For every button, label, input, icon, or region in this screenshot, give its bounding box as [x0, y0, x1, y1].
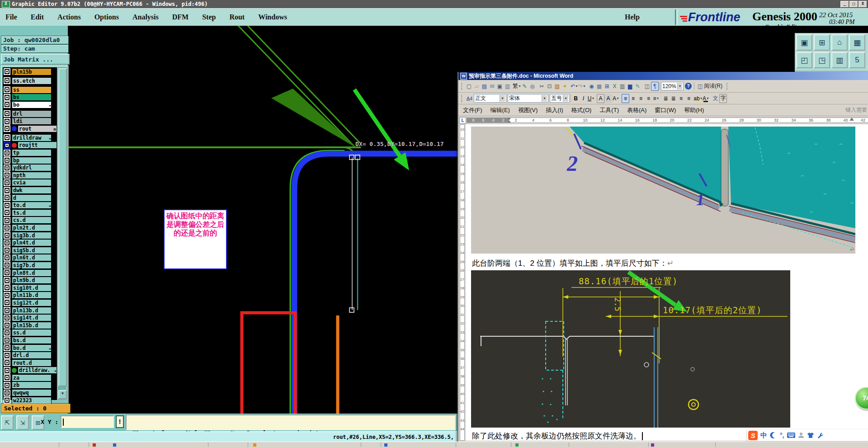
layer-row[interactable]: bp — [4, 157, 57, 164]
layer-checkbox[interactable] — [4, 232, 10, 239]
insert-excel-icon[interactable]: X▼ — [611, 82, 618, 91]
print-icon[interactable]: ▣▼ — [496, 82, 504, 91]
layer-row[interactable]: roujtt — [4, 142, 57, 149]
layer-name[interactable]: pln2t.d — [12, 224, 52, 231]
layer-name[interactable]: drl — [12, 110, 52, 118]
layer-name[interactable]: roujtt — [18, 141, 57, 149]
sogou-logo-icon[interactable]: S — [748, 431, 758, 440]
layer-name[interactable]: rout⊞ — [18, 125, 57, 132]
layer-row[interactable]: ts.d — [4, 209, 57, 216]
layer-row[interactable]: rout.d — [4, 359, 57, 366]
menu-item[interactable]: Windows — [256, 12, 289, 22]
layer-checkbox[interactable] — [4, 262, 10, 268]
layer-name[interactable]: pln6t.d — [12, 254, 52, 261]
copy-icon[interactable]: ⊡▼ — [546, 82, 553, 91]
layer-row[interactable]: ss — [4, 86, 57, 93]
layer-row[interactable]: za — [4, 374, 57, 381]
toolbar-options-icon[interactable] — [726, 83, 729, 90]
styles-icon[interactable]: A̲4 — [465, 94, 474, 103]
menu-item[interactable]: 文件(F) — [463, 106, 482, 114]
layer-row[interactable]: pln2t.d — [4, 225, 57, 231]
chinese-mode-icon[interactable]: 中 — [760, 431, 767, 440]
layer-row[interactable]: sig5b.d — [4, 247, 57, 254]
layer-checkbox[interactable] — [4, 247, 10, 254]
layer-name[interactable]: dwk — [12, 187, 52, 194]
layer-row[interactable]: ldi — [4, 118, 57, 125]
layer-checkbox[interactable] — [4, 150, 10, 156]
type-question-box[interactable]: 键入需要 — [845, 106, 867, 114]
pinyin-guide-button[interactable]: 文▼ — [712, 94, 719, 103]
punctuation-icon[interactable]: °, — [780, 432, 784, 439]
justify-button[interactable]: ≡▼ — [645, 94, 652, 103]
layer-name[interactable]: pln4t.d — [12, 239, 52, 246]
layer-name[interactable]: ldi — [12, 118, 52, 125]
layer-name[interactable]: npth — [12, 172, 52, 179]
help-menu[interactable]: Help — [623, 12, 642, 22]
hyperlink-icon[interactable]: ◉▼ — [588, 82, 595, 91]
layer-checkbox[interactable] — [4, 94, 10, 101]
reading-layout-button[interactable]: ◫阅读(R) — [695, 82, 725, 91]
layer-checkbox[interactable] — [4, 329, 10, 336]
layer-name[interactable]: ydkdrl — [12, 164, 52, 171]
taskbar[interactable] — [0, 442, 868, 447]
layer-checkbox[interactable] — [4, 194, 10, 201]
layer-name[interactable]: bo.d◄ — [12, 344, 52, 352]
home-button[interactable]: ⌂ — [831, 34, 848, 51]
layer-name[interactable]: pln13b.d — [12, 307, 52, 314]
layer-checkbox[interactable] — [4, 299, 10, 306]
layer-name[interactable]: za — [12, 374, 52, 381]
fullwidth-moon-icon[interactable] — [770, 432, 777, 439]
word-document-page[interactable]: 2 1 ↵ 此台阶两端（1、2 位置）填平如上图，填平后尺寸如下：↵ — [466, 124, 868, 441]
menu-item[interactable]: Step — [200, 12, 217, 22]
layer-name[interactable]: bs — [12, 94, 52, 101]
taskbar-app-icon[interactable] — [113, 443, 116, 447]
menu-item[interactable]: Actions — [56, 12, 83, 22]
menu-item[interactable]: 编辑(E) — [491, 106, 510, 114]
layer-row[interactable]: pln9b.d — [4, 277, 57, 284]
layer-row[interactable]: pln15b — [4, 68, 57, 75]
spelling-icon[interactable]: ✎▼ — [521, 82, 528, 91]
underline-button[interactable]: U▼ — [587, 94, 595, 103]
enclose-char-button[interactable]: 字▼ — [719, 94, 727, 103]
menu-item[interactable]: Rout — [227, 12, 246, 22]
layer-name[interactable]: qwqwq — [12, 389, 52, 396]
layer-row[interactable]: bs — [4, 94, 57, 101]
layer-checkbox[interactable] — [4, 118, 10, 125]
layer-name[interactable]: sig7b.d — [12, 262, 52, 269]
layer-row[interactable]: pln8t.d — [4, 269, 57, 276]
format-painter-icon[interactable]: ✦▼ — [561, 82, 569, 91]
tile-views-button[interactable]: ▥ — [831, 52, 848, 68]
layer-row[interactable]: ydkdrl — [4, 165, 57, 171]
layer-name[interactable]: cs.d — [12, 216, 52, 224]
chart-icon[interactable]: ▆▼ — [626, 82, 634, 91]
layer-row[interactable]: dwk — [4, 187, 57, 194]
wrench-settings-icon[interactable] — [817, 432, 823, 438]
char-scale-button[interactable]: A▼ — [612, 94, 620, 103]
taskbar-app-icon[interactable] — [253, 443, 256, 447]
menu-item[interactable]: 工具(T) — [599, 106, 619, 114]
layer-row[interactable]: sig12t.d — [4, 299, 57, 306]
layer-checkbox[interactable] — [4, 269, 10, 276]
print-preview-icon[interactable]: ▥▼ — [504, 82, 511, 91]
columns-icon[interactable]: ▥▼ — [618, 82, 626, 91]
bullets-button[interactable]: ≣▼ — [670, 94, 677, 103]
layer-checkbox[interactable] — [4, 359, 10, 366]
layer-checkbox[interactable] — [4, 322, 10, 329]
layer-row[interactable]: tp — [4, 150, 57, 156]
layer-row[interactable]: to.d◄ — [4, 202, 57, 209]
layer-checkbox[interactable] — [4, 397, 10, 404]
layer-checkbox[interactable] — [4, 315, 10, 321]
toolbar-grip[interactable] — [461, 95, 463, 102]
layer-checkbox[interactable] — [4, 202, 10, 209]
layer-name[interactable]: bo◄ — [12, 101, 52, 108]
layer-checkbox[interactable] — [4, 125, 10, 132]
layer-name[interactable]: pln9b.d — [12, 277, 52, 284]
select-mode-button[interactable]: ⇱ — [1, 415, 14, 430]
font-size-combo[interactable]: 五号▼ — [550, 94, 570, 103]
view-prev-button[interactable]: ◰ — [796, 52, 812, 68]
new-document-icon[interactable]: ▢▼ — [465, 82, 473, 91]
sogou-input-bar[interactable]: S 中 °, — [747, 429, 868, 441]
paste-icon[interactable]: ▨▼ — [553, 82, 561, 91]
scrollbar-thumb[interactable] — [58, 68, 67, 386]
layer-row[interactable]: pln11b.d — [4, 292, 57, 299]
